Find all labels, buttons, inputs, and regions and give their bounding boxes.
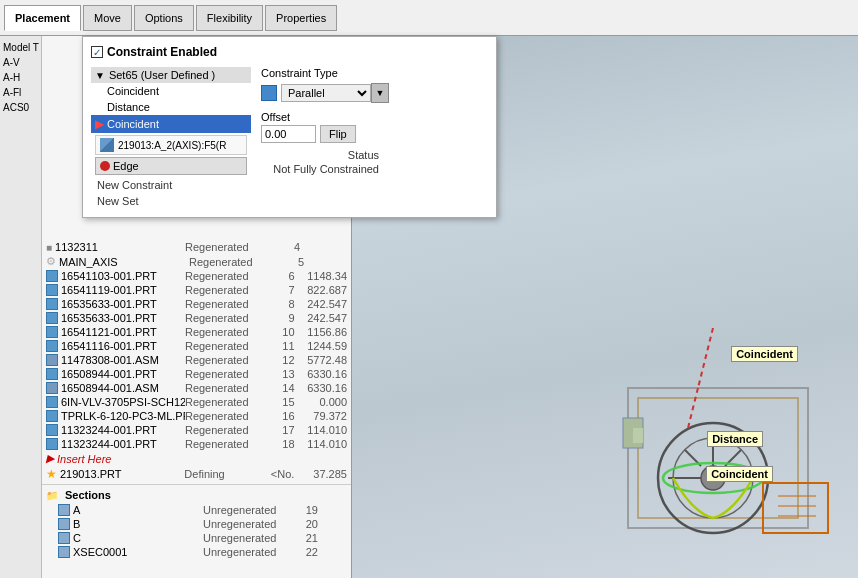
section-icon: [58, 504, 70, 516]
part-icon: [46, 270, 58, 282]
constraint-right-controls: Constraint Type Parallel Coincident Dist…: [261, 67, 389, 209]
svg-rect-19: [633, 428, 643, 443]
ref2-text: Edge: [113, 160, 139, 172]
type-dropdown-arrow[interactable]: ▼: [371, 83, 389, 103]
gear-icon: ⚙: [46, 255, 56, 268]
ref1-text: 219013:A_2(AXIS):F5(R: [118, 140, 226, 151]
svg-line-16: [698, 328, 713, 388]
part-icon: [46, 326, 58, 338]
constraint-body: ▼ Set65 (User Defined ) Coincident Dista…: [91, 67, 488, 209]
type-icon: [261, 85, 277, 101]
ref-item-2[interactable]: Edge: [95, 157, 247, 175]
constraint-list: ▼ Set65 (User Defined ) Coincident Dista…: [91, 67, 251, 209]
section-icon: [58, 532, 70, 544]
tab-move[interactable]: Move: [83, 5, 132, 31]
insert-here-row: ▶ Insert Here: [42, 451, 351, 466]
constraint-section-header: ▼ Set65 (User Defined ): [91, 67, 251, 83]
type-row: Parallel Coincident Distance Angle ▼: [261, 83, 389, 103]
flip-button[interactable]: Flip: [320, 125, 356, 143]
constraint-item-selected[interactable]: ▶ Coincident: [91, 115, 251, 133]
svg-rect-1: [628, 388, 808, 528]
tab-properties[interactable]: Properties: [265, 5, 337, 31]
model-labels-panel: Model T A-V A-H A-Fl ACS0: [0, 36, 42, 578]
new-set-button[interactable]: New Set: [91, 193, 145, 209]
part-icon: [46, 368, 58, 380]
section-row-a[interactable]: A Unregenerated 19: [42, 503, 351, 517]
constraint-popup: Constraint Enabled ▼ Set65 (User Defined…: [82, 36, 497, 218]
tab-flexibility[interactable]: Flexibility: [196, 5, 263, 31]
asm-icon: [46, 354, 58, 366]
label-distance: Distance: [707, 431, 763, 447]
asm-icon: [46, 382, 58, 394]
part-icon: [46, 438, 58, 450]
section-icon: [58, 546, 70, 558]
main-layout: Model T A-V A-H A-Fl ACS0 Constraint Ena…: [0, 36, 858, 578]
table-row[interactable]: 16541119-001.PRT Regenerated 7 822.687: [42, 283, 351, 297]
part-icon: [46, 410, 58, 422]
insert-arrow-icon: ▶: [46, 452, 54, 465]
separator: [42, 484, 351, 485]
table-row[interactable]: 16541121-001.PRT Regenerated 10 1156.86: [42, 325, 351, 339]
part-icon: [46, 298, 58, 310]
section-row-b[interactable]: B Unregenerated 20: [42, 517, 351, 531]
part-icon: [46, 312, 58, 324]
status-value: Not Fully Constrained: [261, 163, 389, 175]
ref-item-1[interactable]: 219013:A_2(AXIS):F5(R: [95, 135, 247, 155]
part-icon: [46, 340, 58, 352]
sections-folder-icon: 📁: [46, 490, 58, 501]
status-label: Status: [261, 149, 389, 161]
part-icon: [46, 284, 58, 296]
table-row[interactable]: TPRLK-6-120-PC3-ML.PRT Regenerated 16 79…: [42, 409, 351, 423]
a-h-label: A-H: [0, 70, 41, 85]
constraint-type-label: Constraint Type: [261, 67, 389, 79]
table-row[interactable]: 11478308-001.ASM Regenerated 12 5772.48: [42, 353, 351, 367]
num-icon: ■: [46, 242, 52, 253]
section-title-text: Set65 (User Defined ): [109, 69, 215, 81]
table-row[interactable]: ■ 1132311 Regenerated 4: [42, 240, 351, 254]
constraint-enabled-label: Constraint Enabled: [107, 45, 217, 59]
part-icon: [46, 396, 58, 408]
type-select[interactable]: Parallel Coincident Distance Angle: [281, 84, 371, 102]
section-row-xsec[interactable]: XSEC0001 Unregenerated 22: [42, 545, 351, 559]
new-constraint-button[interactable]: New Constraint: [91, 177, 178, 193]
section-icon: [58, 518, 70, 530]
label-coincident-top: Coincident: [731, 346, 798, 362]
star-icon: ★: [46, 467, 57, 481]
constraint-header: Constraint Enabled: [91, 45, 488, 59]
constraint-item-distance[interactable]: Distance: [91, 99, 251, 115]
defining-row[interactable]: ★ 219013.PRT Defining <No. 37.285: [42, 466, 351, 482]
constraint-enabled-checkbox[interactable]: [91, 46, 103, 58]
table-row[interactable]: 16508944-001.ASM Regenerated 14 6330.16: [42, 381, 351, 395]
table-row[interactable]: 16541116-001.PRT Regenerated 11 1244.59: [42, 339, 351, 353]
offset-row: Flip: [261, 125, 389, 143]
left-tree-panel: Constraint Enabled ▼ Set65 (User Defined…: [42, 36, 352, 578]
acs-label: ACS0: [0, 100, 41, 115]
tree-panel: ■ 1132311 Regenerated 4 ⚙ MAIN_AXIS Rege…: [42, 236, 351, 563]
svg-line-17: [688, 388, 698, 428]
top-toolbar: Placement Move Options Flexibility Prope…: [0, 0, 858, 36]
ref2-circle-icon: [100, 161, 110, 171]
label-coincident-bottom: Coincident: [706, 466, 773, 482]
table-row[interactable]: 16508944-001.PRT Regenerated 13 6330.16: [42, 367, 351, 381]
table-row[interactable]: 16541103-001.PRT Regenerated 6 1148.34: [42, 269, 351, 283]
offset-input[interactable]: [261, 125, 316, 143]
table-row[interactable]: 6IN-VLV-3705PSI-SCH12 Regenerated 15 0.0…: [42, 395, 351, 409]
tab-placement[interactable]: Placement: [4, 5, 81, 31]
section-row-c[interactable]: C Unregenerated 21: [42, 531, 351, 545]
section-collapse-icon[interactable]: ▼: [95, 70, 105, 81]
ref1-icon: [100, 138, 114, 152]
selected-arrow-icon: ▶: [95, 117, 104, 131]
offset-label: Offset: [261, 111, 389, 123]
constraint-item-coincident[interactable]: Coincident: [91, 83, 251, 99]
table-row[interactable]: 11323244-001.PRT Regenerated 18 114.010: [42, 437, 351, 451]
a-fl-label: A-Fl: [0, 85, 41, 100]
table-row[interactable]: 16535633-001.PRT Regenerated 8 242.547: [42, 297, 351, 311]
svg-rect-12: [763, 483, 828, 533]
table-row[interactable]: ⚙ MAIN_AXIS Regenerated 5: [42, 254, 351, 269]
table-row[interactable]: 16535633-001.PRT Regenerated 9 242.547: [42, 311, 351, 325]
table-row[interactable]: 11323244-001.PRT Regenerated 17 114.010: [42, 423, 351, 437]
part-icon: [46, 424, 58, 436]
sections-header: 📁 Sections: [42, 487, 351, 503]
model-t-label: Model T: [0, 40, 41, 55]
tab-options[interactable]: Options: [134, 5, 194, 31]
